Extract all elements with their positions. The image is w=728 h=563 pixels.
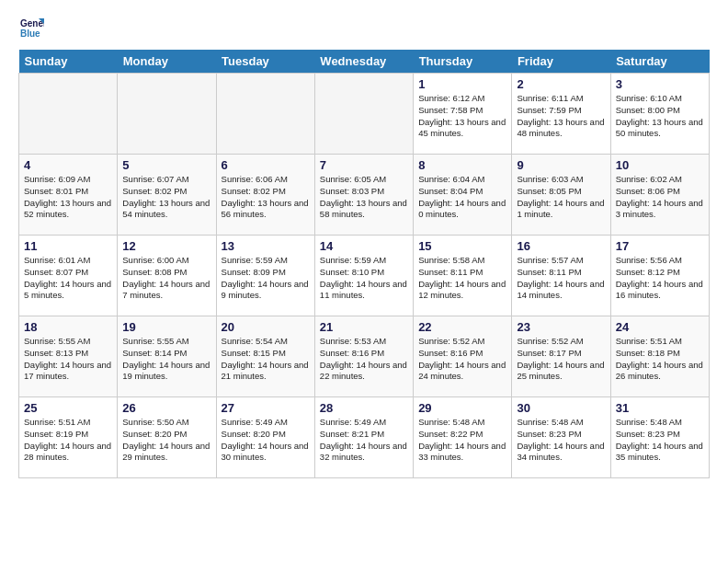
logo: General Blue bbox=[18, 15, 48, 40]
cell-content: Sunrise: 6:06 AM Sunset: 8:02 PM Dayligh… bbox=[222, 174, 310, 221]
day-number: 23 bbox=[517, 320, 605, 334]
day-header-thursday: Thursday bbox=[414, 50, 512, 74]
logo-icon: General Blue bbox=[18, 15, 44, 40]
day-cell-1: 1Sunrise: 6:12 AM Sunset: 7:58 PM Daylig… bbox=[414, 74, 512, 155]
day-header-monday: Monday bbox=[118, 50, 216, 74]
cell-content: Sunrise: 5:48 AM Sunset: 8:23 PM Dayligh… bbox=[616, 417, 704, 464]
cell-content: Sunrise: 5:51 AM Sunset: 8:19 PM Dayligh… bbox=[24, 417, 112, 464]
empty-cell bbox=[19, 74, 118, 155]
day-number: 14 bbox=[320, 239, 408, 253]
day-cell-31: 31Sunrise: 5:48 AM Sunset: 8:23 PM Dayli… bbox=[610, 397, 709, 478]
day-cell-13: 13Sunrise: 5:59 AM Sunset: 8:09 PM Dayli… bbox=[216, 236, 314, 316]
cell-content: Sunrise: 5:49 AM Sunset: 8:20 PM Dayligh… bbox=[222, 417, 310, 464]
day-cell-8: 8Sunrise: 6:04 AM Sunset: 8:04 PM Daylig… bbox=[414, 155, 512, 236]
day-number: 15 bbox=[418, 239, 506, 253]
day-cell-24: 24Sunrise: 5:51 AM Sunset: 8:18 PM Dayli… bbox=[610, 316, 709, 397]
day-number: 26 bbox=[122, 401, 210, 415]
day-number: 10 bbox=[616, 158, 704, 172]
day-cell-4: 4Sunrise: 6:09 AM Sunset: 8:01 PM Daylig… bbox=[19, 155, 118, 236]
cell-content: Sunrise: 6:00 AM Sunset: 8:08 PM Dayligh… bbox=[122, 255, 210, 302]
svg-text:Blue: Blue bbox=[20, 29, 40, 39]
day-number: 24 bbox=[616, 320, 704, 334]
day-cell-20: 20Sunrise: 5:54 AM Sunset: 8:15 PM Dayli… bbox=[216, 316, 314, 397]
day-number: 3 bbox=[616, 77, 704, 91]
day-number: 11 bbox=[24, 239, 112, 253]
day-number: 16 bbox=[517, 239, 605, 253]
day-number: 19 bbox=[122, 320, 210, 334]
day-number: 27 bbox=[222, 401, 310, 415]
cell-content: Sunrise: 6:03 AM Sunset: 8:05 PM Dayligh… bbox=[517, 174, 605, 221]
cell-content: Sunrise: 5:59 AM Sunset: 8:10 PM Dayligh… bbox=[320, 255, 408, 302]
cell-content: Sunrise: 5:54 AM Sunset: 8:15 PM Dayligh… bbox=[222, 336, 310, 383]
cell-content: Sunrise: 6:04 AM Sunset: 8:04 PM Dayligh… bbox=[418, 174, 506, 221]
cell-content: Sunrise: 5:55 AM Sunset: 8:13 PM Dayligh… bbox=[24, 336, 112, 383]
day-number: 25 bbox=[24, 401, 112, 415]
day-number: 30 bbox=[517, 401, 605, 415]
day-number: 18 bbox=[24, 320, 112, 334]
cell-content: Sunrise: 5:55 AM Sunset: 8:14 PM Dayligh… bbox=[122, 336, 210, 383]
day-cell-11: 11Sunrise: 6:01 AM Sunset: 8:07 PM Dayli… bbox=[19, 236, 118, 316]
day-number: 13 bbox=[222, 239, 310, 253]
week-row-3: 11Sunrise: 6:01 AM Sunset: 8:07 PM Dayli… bbox=[19, 236, 710, 316]
day-cell-10: 10Sunrise: 6:02 AM Sunset: 8:06 PM Dayli… bbox=[610, 155, 709, 236]
day-cell-3: 3Sunrise: 6:10 AM Sunset: 8:00 PM Daylig… bbox=[610, 74, 709, 155]
day-cell-22: 22Sunrise: 5:52 AM Sunset: 8:16 PM Dayli… bbox=[414, 316, 512, 397]
cell-content: Sunrise: 5:51 AM Sunset: 8:18 PM Dayligh… bbox=[616, 336, 704, 383]
cell-content: Sunrise: 5:52 AM Sunset: 8:16 PM Dayligh… bbox=[418, 336, 506, 383]
day-number: 2 bbox=[517, 77, 605, 91]
day-cell-23: 23Sunrise: 5:52 AM Sunset: 8:17 PM Dayli… bbox=[512, 316, 610, 397]
cell-content: Sunrise: 6:01 AM Sunset: 8:07 PM Dayligh… bbox=[24, 255, 112, 302]
day-cell-6: 6Sunrise: 6:06 AM Sunset: 8:02 PM Daylig… bbox=[216, 155, 314, 236]
cell-content: Sunrise: 6:09 AM Sunset: 8:01 PM Dayligh… bbox=[24, 174, 112, 221]
cell-content: Sunrise: 6:12 AM Sunset: 7:58 PM Dayligh… bbox=[418, 93, 506, 140]
week-row-4: 18Sunrise: 5:55 AM Sunset: 8:13 PM Dayli… bbox=[19, 316, 710, 397]
day-header-wednesday: Wednesday bbox=[314, 50, 413, 74]
cell-content: Sunrise: 6:05 AM Sunset: 8:03 PM Dayligh… bbox=[320, 174, 408, 221]
cell-content: Sunrise: 5:53 AM Sunset: 8:16 PM Dayligh… bbox=[320, 336, 408, 383]
day-header-friday: Friday bbox=[512, 50, 610, 74]
day-cell-27: 27Sunrise: 5:49 AM Sunset: 8:20 PM Dayli… bbox=[216, 397, 314, 478]
week-row-1: 1Sunrise: 6:12 AM Sunset: 7:58 PM Daylig… bbox=[19, 74, 710, 155]
day-cell-15: 15Sunrise: 5:58 AM Sunset: 8:11 PM Dayli… bbox=[414, 236, 512, 316]
day-cell-7: 7Sunrise: 6:05 AM Sunset: 8:03 PM Daylig… bbox=[314, 155, 413, 236]
cell-content: Sunrise: 6:07 AM Sunset: 8:02 PM Dayligh… bbox=[122, 174, 210, 221]
day-number: 6 bbox=[222, 158, 310, 172]
calendar-table: SundayMondayTuesdayWednesdayThursdayFrid… bbox=[18, 50, 710, 478]
day-cell-9: 9Sunrise: 6:03 AM Sunset: 8:05 PM Daylig… bbox=[512, 155, 610, 236]
cell-content: Sunrise: 6:11 AM Sunset: 7:59 PM Dayligh… bbox=[517, 93, 605, 140]
day-number: 29 bbox=[418, 401, 506, 415]
day-number: 31 bbox=[616, 401, 704, 415]
cell-content: Sunrise: 5:49 AM Sunset: 8:21 PM Dayligh… bbox=[320, 417, 408, 464]
week-row-5: 25Sunrise: 5:51 AM Sunset: 8:19 PM Dayli… bbox=[19, 397, 710, 478]
cell-content: Sunrise: 6:02 AM Sunset: 8:06 PM Dayligh… bbox=[616, 174, 704, 221]
day-cell-30: 30Sunrise: 5:48 AM Sunset: 8:23 PM Dayli… bbox=[512, 397, 610, 478]
day-number: 9 bbox=[517, 158, 605, 172]
day-number: 4 bbox=[24, 158, 112, 172]
day-number: 5 bbox=[122, 158, 210, 172]
day-number: 7 bbox=[320, 158, 408, 172]
cell-content: Sunrise: 5:59 AM Sunset: 8:09 PM Dayligh… bbox=[222, 255, 310, 302]
day-header-tuesday: Tuesday bbox=[216, 50, 314, 74]
day-cell-21: 21Sunrise: 5:53 AM Sunset: 8:16 PM Dayli… bbox=[314, 316, 413, 397]
day-header-saturday: Saturday bbox=[610, 50, 709, 74]
day-cell-17: 17Sunrise: 5:56 AM Sunset: 8:12 PM Dayli… bbox=[610, 236, 709, 316]
day-header-row: SundayMondayTuesdayWednesdayThursdayFrid… bbox=[19, 50, 710, 74]
day-cell-29: 29Sunrise: 5:48 AM Sunset: 8:22 PM Dayli… bbox=[414, 397, 512, 478]
day-cell-16: 16Sunrise: 5:57 AM Sunset: 8:11 PM Dayli… bbox=[512, 236, 610, 316]
day-number: 22 bbox=[418, 320, 506, 334]
cell-content: Sunrise: 5:50 AM Sunset: 8:20 PM Dayligh… bbox=[122, 417, 210, 464]
day-cell-5: 5Sunrise: 6:07 AM Sunset: 8:02 PM Daylig… bbox=[118, 155, 216, 236]
cell-content: Sunrise: 6:10 AM Sunset: 8:00 PM Dayligh… bbox=[616, 93, 704, 140]
day-number: 20 bbox=[222, 320, 310, 334]
empty-cell bbox=[314, 74, 413, 155]
page-header: General Blue bbox=[18, 15, 710, 40]
day-number: 8 bbox=[418, 158, 506, 172]
cell-content: Sunrise: 5:58 AM Sunset: 8:11 PM Dayligh… bbox=[418, 255, 506, 302]
cell-content: Sunrise: 5:57 AM Sunset: 8:11 PM Dayligh… bbox=[517, 255, 605, 302]
day-number: 28 bbox=[320, 401, 408, 415]
day-number: 1 bbox=[418, 77, 506, 91]
cell-content: Sunrise: 5:56 AM Sunset: 8:12 PM Dayligh… bbox=[616, 255, 704, 302]
day-header-sunday: Sunday bbox=[19, 50, 118, 74]
day-cell-18: 18Sunrise: 5:55 AM Sunset: 8:13 PM Dayli… bbox=[19, 316, 118, 397]
day-cell-12: 12Sunrise: 6:00 AM Sunset: 8:08 PM Dayli… bbox=[118, 236, 216, 316]
